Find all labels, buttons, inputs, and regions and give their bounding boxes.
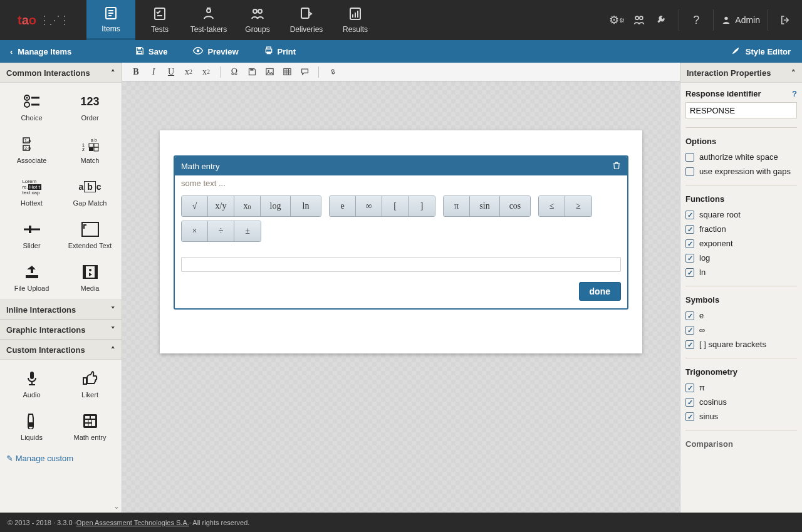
checkbox[interactable] xyxy=(685,167,694,176)
done-button[interactable]: done xyxy=(579,282,621,301)
interaction-media[interactable]: Media xyxy=(61,258,119,297)
checkbox[interactable] xyxy=(685,225,694,234)
interaction-liquids[interactable]: Liquids xyxy=(3,407,61,446)
math-btn-[interactable]: ≥ xyxy=(565,196,591,216)
tools-icon[interactable] xyxy=(652,11,671,29)
chevron-up-icon: ˄ xyxy=(111,68,115,78)
interaction-slider[interactable]: Slider xyxy=(3,216,61,254)
omega-button[interactable]: Ω xyxy=(227,65,242,80)
nav-deliveries[interactable]: Deliveries xyxy=(282,0,331,40)
checkbox[interactable] xyxy=(685,239,694,248)
checkbox[interactable] xyxy=(685,254,694,263)
checkbox[interactable] xyxy=(685,153,694,162)
image-button[interactable] xyxy=(262,65,277,80)
checkbox-label: e xyxy=(699,311,704,320)
help-icon[interactable]: ? xyxy=(792,89,797,98)
math-btn-[interactable]: √ xyxy=(182,196,208,216)
panel-graphic-interactions[interactable]: Graphic Interactions ˅ xyxy=(0,320,122,340)
panel-inline-interactions[interactable]: Inline Interactions ˅ xyxy=(0,300,122,320)
manage-custom-link[interactable]: ✎ Manage custom xyxy=(0,449,122,468)
admin-menu[interactable]: Admin xyxy=(721,15,760,25)
math-btn-[interactable]: ± xyxy=(234,221,261,241)
nav-items[interactable]: Items xyxy=(86,0,135,40)
manage-items-button[interactable]: ‹ Manage Items xyxy=(0,40,122,63)
nav-groups[interactable]: Groups xyxy=(233,0,282,40)
interaction-choice[interactable]: Choice xyxy=(3,88,61,127)
math-btn-[interactable]: × xyxy=(182,221,208,241)
logout-icon[interactable] xyxy=(776,11,794,29)
math-btn-e[interactable]: e xyxy=(330,196,356,216)
subscript-button[interactable]: x2 xyxy=(181,65,196,80)
interaction-associate[interactable]: 1-a2-bAssociate xyxy=(3,130,61,169)
interaction-match[interactable]: a b12Match xyxy=(61,130,119,169)
underline-button[interactable]: U xyxy=(164,65,179,80)
panel-interaction-properties[interactable]: Interaction Properties ˄ xyxy=(680,63,802,83)
bold-button[interactable]: B xyxy=(128,65,143,80)
print-button[interactable]: Print xyxy=(251,46,309,58)
tests-icon xyxy=(152,6,167,21)
comment-button[interactable] xyxy=(297,65,312,80)
checkbox[interactable] xyxy=(685,340,694,349)
checkbox[interactable] xyxy=(685,326,694,335)
widget-title: Math entry xyxy=(181,162,219,171)
svg-text:2-b: 2-b xyxy=(24,146,31,150)
interaction-extended-text[interactable]: Extended Text xyxy=(61,216,119,254)
math-btn-[interactable]: ÷ xyxy=(208,221,234,241)
canvas[interactable]: Math entry some text ... √x/yxnloglne∞[]… xyxy=(122,81,680,513)
checkbox[interactable] xyxy=(685,412,694,421)
nav-tests[interactable]: Tests xyxy=(135,0,184,40)
panel-label: Inline Interactions xyxy=(6,305,76,315)
math-btn-x[interactable]: xn xyxy=(234,196,261,216)
interaction-gap-match[interactable]: abcGap Match xyxy=(61,173,119,212)
interaction-order[interactable]: 123Order xyxy=(61,88,119,127)
math-btn-xy[interactable]: x/y xyxy=(208,196,234,216)
svg-rect-39 xyxy=(94,147,98,151)
math-btn-[interactable]: ≤ xyxy=(539,196,565,216)
interaction-icon xyxy=(21,263,43,281)
math-input-field[interactable] xyxy=(181,257,621,272)
math-btn-sin[interactable]: sin xyxy=(470,196,500,216)
svg-rect-7 xyxy=(207,8,211,9)
interaction-file-upload[interactable]: File Upload xyxy=(3,258,61,297)
save-rte-button[interactable] xyxy=(244,65,259,80)
interaction-audio[interactable]: Audio xyxy=(3,365,61,404)
math-btn-log[interactable]: log xyxy=(261,196,291,216)
interaction-likert[interactable]: Likert xyxy=(61,365,119,404)
interaction-math-entry[interactable]: Math entry xyxy=(61,407,119,446)
checkbox[interactable] xyxy=(685,311,694,320)
superscript-button[interactable]: x2 xyxy=(199,65,214,80)
panel-common-interactions[interactable]: Common Interactions ˄ xyxy=(0,63,122,83)
svg-rect-18 xyxy=(138,47,141,49)
trash-icon[interactable] xyxy=(612,161,621,172)
svg-point-25 xyxy=(26,97,28,99)
interaction-icon: 1-a2-b xyxy=(21,135,43,153)
panel-custom-interactions[interactable]: Custom Interactions ˄ xyxy=(0,340,122,360)
link-button[interactable] xyxy=(325,65,340,80)
placeholder-text[interactable]: some text ... xyxy=(181,175,621,192)
interaction-icon xyxy=(80,221,101,238)
nav-results[interactable]: Results xyxy=(331,0,380,40)
math-btn-[interactable]: π xyxy=(444,196,470,216)
response-id-input[interactable] xyxy=(685,102,797,118)
italic-button[interactable]: I xyxy=(146,65,161,80)
math-btn-cos[interactable]: cos xyxy=(500,196,530,216)
preview-button[interactable]: Preview xyxy=(180,45,251,58)
save-button[interactable]: Save xyxy=(122,46,180,58)
nav-test-takers[interactable]: Test-takers xyxy=(184,0,233,40)
style-editor-button[interactable]: Style Editor xyxy=(719,40,802,63)
checkbox[interactable] xyxy=(685,383,694,392)
math-btn-[interactable]: ∞ xyxy=(356,196,382,216)
checkbox[interactable] xyxy=(685,211,694,219)
table-button[interactable] xyxy=(279,65,294,80)
settings-icon[interactable]: ⚙⚙ xyxy=(607,11,626,29)
users-icon[interactable] xyxy=(630,11,648,29)
svg-rect-60 xyxy=(92,420,95,426)
interaction-hottext[interactable]: Loremre.Hot ttext capHottext xyxy=(3,173,61,212)
checkbox[interactable] xyxy=(685,268,694,277)
help-icon[interactable]: ? xyxy=(687,11,706,29)
math-btn-[interactable]: ] xyxy=(409,196,435,216)
math-btn-ln[interactable]: ln xyxy=(291,196,321,216)
math-btn-[interactable]: [ xyxy=(382,196,409,216)
footer-link[interactable]: Open Assessment Technologies S.A. xyxy=(76,519,189,526)
checkbox[interactable] xyxy=(685,398,694,407)
